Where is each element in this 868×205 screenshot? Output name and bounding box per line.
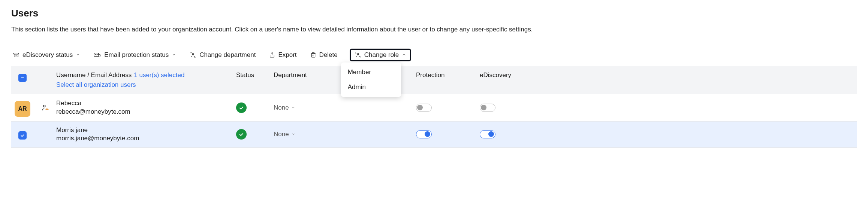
column-status: Status <box>236 71 274 79</box>
svg-point-8 <box>357 53 359 55</box>
ediscovery-toggle[interactable] <box>480 130 495 138</box>
user-admin-icon <box>40 104 50 112</box>
user-email: morris.jane@moneybyte.com <box>56 134 229 143</box>
chevron-down-icon <box>291 131 295 138</box>
ediscovery-status-label: eDiscovery status <box>22 51 73 59</box>
email-protection-status-label: Email protection status <box>104 51 169 59</box>
delete-label: Delete <box>319 51 338 59</box>
protection-toggle[interactable] <box>416 130 432 138</box>
department-value: None <box>274 131 289 138</box>
chevron-down-icon <box>291 104 295 111</box>
ediscovery-status-button[interactable]: eDiscovery status <box>11 49 82 61</box>
table-row: Morris jane morris.jane@moneybyte.com No… <box>11 122 857 148</box>
status-active-icon <box>236 102 247 113</box>
change-role-label: Change role <box>364 51 399 59</box>
column-ediscovery: eDiscovery <box>480 71 857 79</box>
change-department-button[interactable]: Change department <box>188 49 257 61</box>
table-row: AR Rebecca rebecca@moneybyte.com None <box>11 94 857 122</box>
ediscovery-toggle[interactable] <box>480 104 495 112</box>
change-role-dropdown: Member Admin <box>341 62 401 97</box>
table-header: Username / Email Address 1 user(s) selec… <box>11 66 857 94</box>
export-button[interactable]: Export <box>268 49 298 61</box>
users-table: Username / Email Address 1 user(s) selec… <box>11 66 857 148</box>
chevron-down-icon <box>172 51 176 59</box>
export-icon <box>269 52 275 58</box>
svg-point-4 <box>192 53 194 55</box>
department-swap-icon <box>190 52 196 58</box>
select-all-checkbox[interactable] <box>18 74 27 82</box>
status-active-icon <box>236 129 247 140</box>
department-select[interactable]: None <box>274 104 360 111</box>
user-name[interactable]: Rebecca <box>56 99 229 108</box>
user-email: rebecca@moneybyte.com <box>56 108 229 116</box>
mail-shield-icon <box>94 52 101 58</box>
export-label: Export <box>278 51 296 59</box>
chevron-up-icon <box>402 51 406 59</box>
svg-point-10 <box>43 105 45 107</box>
select-all-link[interactable]: Select all organization users <box>56 81 136 89</box>
department-value: None <box>274 104 289 111</box>
row-checkbox[interactable] <box>18 131 27 140</box>
trash-icon <box>310 52 316 58</box>
change-department-label: Change department <box>199 51 256 59</box>
toolbar: eDiscovery status Email protection statu… <box>11 46 857 66</box>
delete-button[interactable]: Delete <box>309 49 339 61</box>
selected-count: 1 user(s) selected <box>134 71 184 79</box>
role-option-admin[interactable]: Admin <box>341 80 401 95</box>
protection-toggle[interactable] <box>416 104 432 112</box>
chevron-down-icon <box>76 51 80 59</box>
archive-icon <box>13 52 19 58</box>
department-select[interactable]: None <box>274 131 360 138</box>
user-name[interactable]: Morris jane <box>56 126 229 135</box>
page-subtitle: This section lists the users that have b… <box>11 25 857 34</box>
column-protection: Protection <box>416 71 480 79</box>
role-option-member[interactable]: Member <box>341 65 401 80</box>
email-protection-status-button[interactable]: Email protection status <box>92 49 178 61</box>
svg-rect-1 <box>14 54 18 57</box>
change-role-button[interactable]: Change role Member Admin <box>350 49 412 61</box>
avatar: AR <box>15 101 30 117</box>
svg-rect-5 <box>311 53 315 57</box>
page-title: Users <box>11 7 857 19</box>
role-icon <box>355 52 361 58</box>
column-username: Username / Email Address <box>56 71 132 79</box>
